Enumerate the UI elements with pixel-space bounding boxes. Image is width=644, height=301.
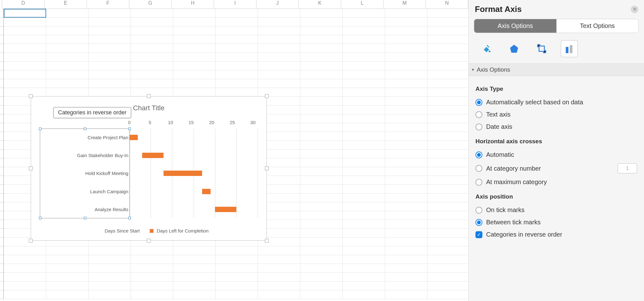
close-icon[interactable]: ✕ xyxy=(631,6,638,13)
cell[interactable] xyxy=(89,79,131,88)
cell[interactable] xyxy=(300,53,343,62)
cell[interactable] xyxy=(427,150,468,158)
cell[interactable] xyxy=(258,282,300,290)
cell[interactable] xyxy=(300,202,343,211)
cell[interactable] xyxy=(343,9,385,18)
cell[interactable] xyxy=(131,44,173,53)
cell[interactable] xyxy=(4,290,46,299)
cell[interactable] xyxy=(343,97,385,106)
cell[interactable] xyxy=(258,88,300,97)
cell[interactable] xyxy=(131,273,173,282)
cell[interactable] xyxy=(300,229,343,238)
radio-pos-between-ticks[interactable] xyxy=(475,219,482,226)
cell[interactable] xyxy=(4,26,46,35)
cell[interactable] xyxy=(46,282,89,290)
cell[interactable] xyxy=(258,62,300,70)
cell[interactable] xyxy=(258,290,300,299)
cell[interactable] xyxy=(216,18,258,26)
cell[interactable] xyxy=(89,246,131,255)
cell[interactable] xyxy=(343,255,385,264)
effects-icon[interactable] xyxy=(506,40,523,57)
cell[interactable] xyxy=(4,18,46,26)
bar-series[interactable] xyxy=(129,129,258,218)
cell[interactable] xyxy=(216,70,258,79)
cell[interactable] xyxy=(343,202,385,211)
cell[interactable] xyxy=(4,264,46,273)
cell[interactable] xyxy=(4,35,46,44)
column-header-F[interactable]: F xyxy=(87,0,129,9)
chart-legend[interactable]: Days Since Start Days Left for Completio… xyxy=(31,228,266,233)
cell[interactable] xyxy=(343,282,385,290)
bar-segment[interactable] xyxy=(215,207,236,212)
cell[interactable] xyxy=(173,264,216,273)
cell[interactable] xyxy=(173,79,216,88)
cell[interactable] xyxy=(216,264,258,273)
cell[interactable] xyxy=(89,53,131,62)
cell[interactable] xyxy=(258,246,300,255)
cell[interactable] xyxy=(385,282,427,290)
cell[interactable] xyxy=(427,88,468,97)
checkbox-reverse-order[interactable]: ✓ xyxy=(475,231,482,238)
cell[interactable] xyxy=(343,62,385,70)
cell[interactable] xyxy=(385,290,427,299)
cell[interactable] xyxy=(89,44,131,53)
cell[interactable] xyxy=(427,167,468,176)
cell[interactable] xyxy=(4,79,46,88)
cell[interactable] xyxy=(300,70,343,79)
cell[interactable] xyxy=(427,79,468,88)
radio-axis-type-date[interactable] xyxy=(475,123,482,130)
cell[interactable] xyxy=(300,211,343,220)
cell[interactable] xyxy=(300,185,343,194)
cell[interactable] xyxy=(385,238,427,246)
cell[interactable] xyxy=(216,282,258,290)
cell[interactable] xyxy=(131,282,173,290)
cell[interactable] xyxy=(300,176,343,185)
cell[interactable] xyxy=(46,18,89,26)
cell[interactable] xyxy=(89,18,131,26)
cell[interactable] xyxy=(343,220,385,229)
cell[interactable] xyxy=(46,79,89,88)
cell[interactable] xyxy=(343,35,385,44)
cell[interactable] xyxy=(258,18,300,26)
cell[interactable] xyxy=(216,53,258,62)
radio-axis-type-auto[interactable] xyxy=(475,99,482,106)
cell[interactable] xyxy=(216,44,258,53)
tab-text-options[interactable]: Text Options xyxy=(556,19,639,33)
cell[interactable] xyxy=(300,141,343,150)
cell[interactable] xyxy=(258,9,300,18)
cell[interactable] xyxy=(258,264,300,273)
cell[interactable] xyxy=(258,44,300,53)
column-header-E[interactable]: E xyxy=(45,0,87,9)
cell[interactable] xyxy=(300,97,343,106)
cell[interactable] xyxy=(343,150,385,158)
cell[interactable] xyxy=(343,167,385,176)
cell[interactable] xyxy=(89,255,131,264)
cell[interactable] xyxy=(385,35,427,44)
cell[interactable] xyxy=(4,273,46,282)
cell[interactable] xyxy=(343,158,385,167)
cell[interactable] xyxy=(131,9,173,18)
cell[interactable] xyxy=(385,202,427,211)
cell[interactable] xyxy=(4,62,46,70)
cell[interactable] xyxy=(385,97,427,106)
cell[interactable] xyxy=(427,114,468,123)
cell[interactable] xyxy=(300,255,343,264)
column-header-L[interactable]: L xyxy=(341,0,384,9)
cell[interactable] xyxy=(46,26,89,35)
cell[interactable] xyxy=(343,106,385,114)
cell[interactable] xyxy=(131,62,173,70)
cell[interactable] xyxy=(46,62,89,70)
cell[interactable] xyxy=(258,255,300,264)
cell[interactable] xyxy=(385,18,427,26)
axis-chart-icon[interactable] xyxy=(561,40,578,57)
cell[interactable] xyxy=(216,246,258,255)
cell[interactable] xyxy=(385,185,427,194)
cell[interactable] xyxy=(300,123,343,132)
cell[interactable] xyxy=(343,70,385,79)
cell[interactable] xyxy=(427,194,468,202)
cell[interactable] xyxy=(173,18,216,26)
cell[interactable] xyxy=(385,141,427,150)
cell[interactable] xyxy=(46,70,89,79)
cell[interactable] xyxy=(427,97,468,106)
cell[interactable] xyxy=(300,238,343,246)
